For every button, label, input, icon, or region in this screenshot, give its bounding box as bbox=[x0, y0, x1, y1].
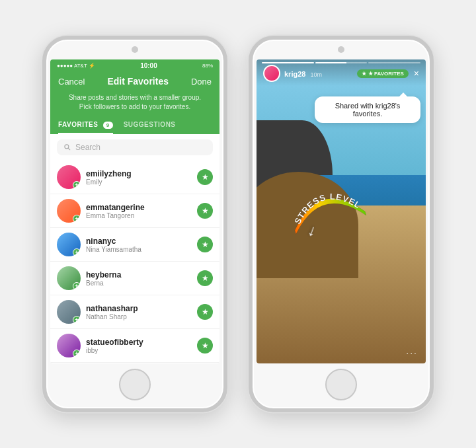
list-item[interactable]: statueofibberty ibby ★ bbox=[50, 329, 219, 363]
add-indicator bbox=[73, 282, 81, 290]
story-user-info: krig28 10m bbox=[284, 67, 357, 79]
star-icon: ★ bbox=[362, 71, 366, 77]
add-indicator bbox=[73, 215, 81, 223]
favorites-count-badge: 9 bbox=[103, 122, 113, 129]
contact-name: Nina Yiamsamatha bbox=[86, 246, 192, 253]
story-screen: krig28 10m ★ ★ FAVORITES × Shared with k… bbox=[257, 59, 426, 363]
list-item[interactable]: emiilyzheng Emily ★ bbox=[50, 161, 219, 194]
tab-suggestions-label: SUGGESTIONS bbox=[124, 121, 176, 128]
tooltip-text: Shared with krig28's favorites. bbox=[335, 102, 401, 118]
contact-info: nathanasharp Nathan Sharp bbox=[86, 304, 192, 320]
left-phone: ●●●●● AT&T ⚡ 10:00 88% Cancel Edit Favor… bbox=[42, 36, 227, 412]
star-icon: ★ bbox=[202, 206, 209, 215]
list-item[interactable]: nathanasharp Nathan Sharp ★ bbox=[50, 295, 219, 329]
add-indicator bbox=[73, 181, 81, 189]
contact-username: ninanyc bbox=[86, 237, 192, 246]
tab-favorites[interactable]: FAVORITES 9 bbox=[58, 121, 113, 134]
progress-bar-3 bbox=[368, 62, 420, 63]
contact-info: emiilyzheng Emily bbox=[86, 169, 192, 186]
story-more-button[interactable]: ··· bbox=[406, 348, 418, 358]
left-phone-screen: ●●●●● AT&T ⚡ 10:00 88% Cancel Edit Favor… bbox=[50, 59, 219, 363]
story-username: krig28 bbox=[284, 70, 305, 78]
star-button[interactable]: ★ bbox=[197, 169, 213, 185]
avatar bbox=[57, 233, 81, 256]
star-button[interactable]: ★ bbox=[197, 338, 213, 354]
contact-name: Emma Tangoren bbox=[86, 212, 192, 219]
right-phone: krig28 10m ★ ★ FAVORITES × Shared with k… bbox=[249, 36, 434, 412]
contact-username: nathanasharp bbox=[86, 304, 192, 313]
search-bar[interactable]: Search bbox=[57, 139, 213, 155]
story-time: 10m bbox=[309, 71, 322, 78]
time-display: 10:00 bbox=[140, 62, 157, 69]
avatar bbox=[57, 266, 81, 290]
signal-indicator: ●●●●● AT&T ⚡ bbox=[57, 63, 95, 69]
list-item[interactable]: heyberna Berna ★ bbox=[50, 262, 219, 295]
story-header: krig28 10m ★ ★ FAVORITES × bbox=[257, 59, 426, 86]
battery-indicator: 88% bbox=[202, 63, 213, 69]
list-item[interactable]: emmatangerine Emma Tangoren ★ bbox=[50, 194, 219, 228]
add-indicator bbox=[73, 350, 81, 357]
star-button[interactable]: ★ bbox=[197, 270, 213, 286]
status-bar: ●●●●● AT&T ⚡ 10:00 88% bbox=[50, 59, 219, 72]
star-icon: ★ bbox=[202, 172, 209, 182]
star-icon: ★ bbox=[202, 274, 209, 283]
contact-info: ninanyc Nina Yiamsamatha bbox=[86, 237, 192, 253]
star-button[interactable]: ★ bbox=[197, 203, 213, 219]
contact-name: ibby bbox=[86, 347, 192, 354]
done-button[interactable]: Done bbox=[191, 77, 212, 87]
header-subtitle: Share posts and stories with a smaller g… bbox=[50, 93, 219, 118]
tab-favorites-label: FAVORITES bbox=[58, 121, 98, 128]
tab-suggestions[interactable]: SUGGESTIONS bbox=[124, 121, 176, 134]
top-nav: Cancel Edit Favorites Done bbox=[50, 72, 219, 93]
favorites-badge-label: ★ FAVORITES bbox=[368, 71, 404, 77]
star-button[interactable]: ★ bbox=[197, 304, 213, 320]
star-button[interactable]: ★ bbox=[197, 237, 213, 252]
story-tooltip: Shared with krig28's favorites. bbox=[315, 96, 420, 123]
contact-info: emmatangerine Emma Tangoren bbox=[86, 203, 192, 219]
search-placeholder: Search bbox=[75, 143, 100, 152]
search-icon bbox=[63, 143, 71, 151]
star-icon: ★ bbox=[202, 341, 209, 350]
avatar bbox=[57, 199, 81, 223]
contact-info: statueofibberty ibby bbox=[86, 338, 192, 354]
story-avatar bbox=[263, 65, 280, 82]
contact-username: emiilyzheng bbox=[86, 169, 192, 178]
close-button[interactable]: × bbox=[414, 68, 419, 79]
contact-name: Nathan Sharp bbox=[86, 313, 192, 320]
right-phone-screen: krig28 10m ★ ★ FAVORITES × Shared with k… bbox=[257, 59, 426, 363]
avatar bbox=[57, 334, 81, 357]
contact-username: statueofibberty bbox=[86, 338, 192, 347]
add-indicator bbox=[73, 248, 81, 256]
progress-bar-1 bbox=[262, 62, 314, 63]
contact-username: emmatangerine bbox=[86, 203, 192, 212]
contact-info: heyberna Berna bbox=[86, 270, 192, 287]
svg-line-1 bbox=[68, 148, 70, 150]
star-icon: ★ bbox=[202, 307, 209, 317]
contact-name: Emily bbox=[86, 178, 192, 186]
favorites-badge: ★ ★ FAVORITES bbox=[357, 69, 409, 78]
contact-username: heyberna bbox=[86, 270, 192, 280]
star-icon: ★ bbox=[202, 240, 209, 249]
add-indicator bbox=[73, 316, 81, 324]
progress-bar-2 bbox=[315, 62, 368, 63]
avatar bbox=[57, 165, 81, 189]
cancel-button[interactable]: Cancel bbox=[58, 77, 85, 87]
contact-name: Berna bbox=[86, 280, 192, 287]
list-item[interactable]: ninanyc Nina Yiamsamatha ★ bbox=[50, 228, 219, 262]
tabs-bar: FAVORITES 9 SUGGESTIONS bbox=[50, 118, 219, 134]
page-title: Edit Favorites bbox=[107, 76, 169, 87]
avatar bbox=[57, 300, 81, 324]
story-progress bbox=[262, 62, 420, 63]
contact-list: emiilyzheng Emily ★ emmatangerine Emma T… bbox=[50, 161, 219, 363]
